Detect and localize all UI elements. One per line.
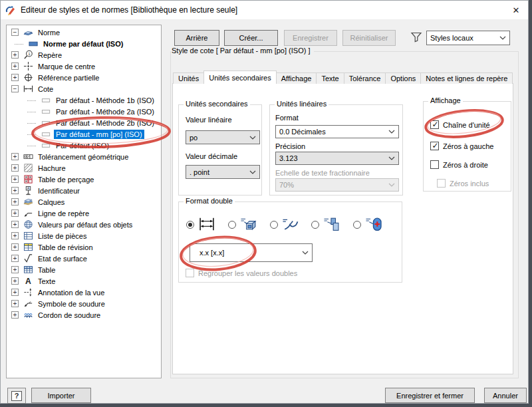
tree-item[interactable]: Norme par défaut (ISO) bbox=[7, 38, 161, 49]
precision-label: Précision bbox=[275, 142, 305, 150]
expand-icon[interactable]: + bbox=[11, 255, 19, 262]
format-select[interactable]: 0.0 Décimales bbox=[275, 125, 399, 138]
dual-format-option-4[interactable] bbox=[311, 217, 341, 233]
display-checkbox-1[interactable]: Chaîne d'unité bbox=[430, 120, 490, 129]
precision-select[interactable]: 3.123 bbox=[275, 152, 399, 165]
expand-icon[interactable]: + bbox=[11, 243, 19, 251]
tree-item[interactable]: +1Repère bbox=[7, 49, 161, 61]
expand-icon[interactable]: + bbox=[11, 153, 19, 160]
expand-icon[interactable]: + bbox=[11, 277, 19, 285]
expand-icon[interactable]: + bbox=[11, 164, 19, 172]
tree-item[interactable]: Par défaut - Méthode 1b (ISO) bbox=[7, 94, 161, 106]
tab-affichage[interactable]: Affichage bbox=[276, 72, 317, 84]
dual-format-option-5[interactable] bbox=[353, 217, 383, 233]
tree-item[interactable]: Par défaut - mm [po] (ISO) bbox=[7, 128, 161, 140]
tree-item-label: Norme par défaut (ISO) bbox=[41, 39, 125, 49]
reset-button[interactable]: Réinitialiser bbox=[342, 30, 396, 46]
dual-format-select[interactable]: x.x [x.x] bbox=[190, 243, 313, 262]
radio-icon[interactable] bbox=[228, 221, 236, 229]
tree-item[interactable]: +Table de révision bbox=[7, 241, 161, 253]
tree-item-label: Table de révision bbox=[36, 243, 95, 252]
radio-icon[interactable] bbox=[270, 221, 278, 229]
collapse-icon[interactable]: − bbox=[11, 29, 19, 36]
tree-connector bbox=[29, 119, 37, 127]
tree-item[interactable]: +Tolérancement géométrique bbox=[7, 151, 161, 162]
datum-target-icon bbox=[23, 72, 33, 83]
close-icon[interactable]: ✕ bbox=[508, 5, 524, 15]
dual-format-option-3[interactable] bbox=[270, 217, 300, 233]
tree-item[interactable]: −Cote bbox=[7, 83, 161, 94]
tab-unit-s-secondaires[interactable]: Unités secondaires bbox=[203, 70, 277, 84]
tree-item[interactable]: +Hachure bbox=[7, 162, 161, 174]
chevron-down-icon bbox=[388, 130, 395, 134]
radio-selected-icon[interactable] bbox=[186, 221, 194, 229]
tree-item-label: Liste de pièces bbox=[36, 231, 88, 241]
decimal-value-select[interactable]: . point bbox=[186, 165, 260, 179]
tree-item[interactable]: +Valeurs par défaut des objets bbox=[7, 219, 161, 230]
tree-item[interactable]: +Annotation de la vue bbox=[7, 287, 161, 298]
expand-icon[interactable]: + bbox=[11, 51, 19, 59]
tab-notes-et-lignes-de-rep-re[interactable]: Notes et lignes de repère bbox=[420, 72, 513, 84]
dual-capsule-icon bbox=[364, 217, 383, 233]
collapse-icon[interactable]: − bbox=[11, 85, 19, 92]
dual-format-option-1[interactable] bbox=[186, 217, 216, 233]
expand-icon[interactable]: + bbox=[11, 74, 19, 81]
text-icon: A bbox=[23, 276, 33, 287]
display-checkbox-3[interactable]: Zéros à droite bbox=[430, 160, 488, 169]
linear-value-select[interactable]: po bbox=[186, 130, 260, 144]
dual-format-option-2[interactable] bbox=[228, 217, 258, 233]
tree-item[interactable]: Par défaut - Méthode 2b (ISO) bbox=[7, 117, 161, 128]
back-button[interactable]: Arrière bbox=[174, 30, 219, 46]
tree-item[interactable]: +Calques bbox=[7, 196, 161, 207]
hatch-icon bbox=[23, 163, 33, 174]
tree-item[interactable]: +Table bbox=[7, 264, 161, 275]
style-filter-select[interactable]: Styles locaux bbox=[426, 31, 510, 45]
tree-item-label: Référence partielle bbox=[36, 73, 101, 82]
expand-icon[interactable]: + bbox=[11, 176, 19, 183]
help-button[interactable]: ? bbox=[7, 388, 26, 404]
expand-icon[interactable]: + bbox=[11, 289, 19, 296]
tree-item[interactable]: Par défaut (ISO) bbox=[7, 140, 161, 151]
dual-format-value: x.x [x.x] bbox=[200, 249, 299, 257]
expand-icon[interactable]: + bbox=[11, 209, 19, 217]
style-empty-icon bbox=[41, 95, 51, 106]
tree-item[interactable]: +Marque de centre bbox=[7, 61, 161, 72]
expand-icon[interactable]: + bbox=[11, 300, 19, 307]
expand-icon[interactable]: + bbox=[11, 221, 19, 228]
checkbox-icon[interactable] bbox=[430, 160, 439, 169]
create-button[interactable]: Créer... bbox=[224, 30, 278, 46]
expand-icon[interactable]: + bbox=[11, 266, 19, 273]
radio-icon[interactable] bbox=[353, 221, 361, 229]
tree-item[interactable]: −Norme bbox=[7, 27, 161, 38]
checkbox-checked-icon[interactable] bbox=[430, 120, 439, 129]
expand-icon[interactable]: + bbox=[11, 311, 19, 319]
tree-item[interactable]: +Symbole de soudure bbox=[7, 298, 161, 309]
import-button[interactable]: Importer bbox=[31, 388, 91, 403]
checkbox-checked-icon[interactable] bbox=[430, 142, 439, 150]
radio-icon[interactable] bbox=[311, 221, 319, 229]
expand-icon[interactable]: + bbox=[11, 187, 19, 194]
display-checkbox-2[interactable]: Zéros à gauche bbox=[430, 142, 493, 150]
tree-item-label: Table de perçage bbox=[36, 175, 96, 184]
tree-item[interactable]: +Etat de surface bbox=[7, 253, 161, 264]
save-button[interactable]: Enregistrer bbox=[284, 30, 337, 46]
tree-item[interactable]: +Cordon de soudure bbox=[7, 309, 161, 321]
tab-tol-rance[interactable]: Tolérance bbox=[344, 72, 386, 84]
tree-item[interactable]: +ATexte bbox=[7, 275, 161, 287]
expand-icon[interactable]: + bbox=[11, 232, 19, 239]
tab-texte[interactable]: Texte bbox=[316, 72, 344, 84]
cancel-button[interactable]: Annuler bbox=[484, 388, 527, 403]
tab-options[interactable]: Options bbox=[385, 72, 421, 84]
tree-item[interactable]: +Liste de pièces bbox=[7, 230, 161, 241]
tree-item[interactable]: Par défaut - Méthode 2a (ISO) bbox=[7, 106, 161, 117]
tab-unit-s[interactable]: Unités bbox=[173, 72, 204, 84]
save-and-close-button[interactable]: Enregistrer et fermer bbox=[385, 388, 475, 403]
tree-item[interactable]: +AIdentificateur bbox=[7, 185, 161, 196]
tree-item[interactable]: +Référence partielle bbox=[7, 72, 161, 83]
expand-icon[interactable]: + bbox=[11, 198, 19, 205]
tree-item[interactable]: +Table de perçage bbox=[7, 174, 161, 185]
chevron-down-icon bbox=[249, 136, 256, 140]
tree-item-label: Calques bbox=[36, 198, 66, 207]
expand-icon[interactable]: + bbox=[11, 63, 19, 70]
tree-item[interactable]: +Ligne de repère bbox=[7, 207, 161, 219]
